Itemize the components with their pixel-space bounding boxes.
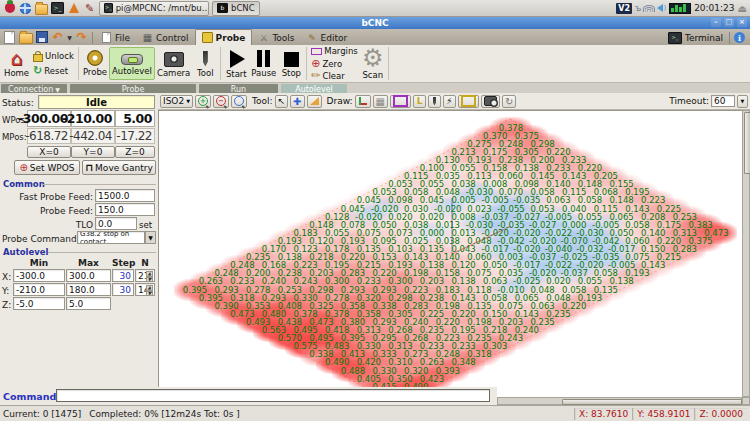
bluetooth-icon[interactable]: ъ — [635, 3, 641, 13]
reset-button[interactable]: ↻ Reset — [31, 64, 76, 78]
z-max-input[interactable]: 5.0 — [66, 297, 111, 310]
draw-workarea-toggle[interactable]: L — [413, 95, 426, 108]
taskbar-window-terminal[interactable]: >_ pi@MPCNC: /mnt/bu... — [99, 1, 209, 16]
wifi-icon[interactable] — [644, 4, 654, 12]
autolevel-button[interactable]: Autolevel — [109, 47, 155, 80]
tlo-input[interactable]: 0.0 — [95, 217, 137, 230]
probe-command-label: Probe Command — [2, 234, 77, 244]
pencil-app-icon[interactable]: ✎ — [83, 2, 96, 15]
spinner-arrows-icon[interactable]: ▲▼ — [146, 285, 153, 294]
y-n-spinner[interactable]: 14 ▲▼ — [135, 283, 155, 296]
x-zero-button[interactable]: X=0 — [27, 146, 71, 158]
fast-probe-feed-input[interactable]: 1500.0 — [95, 189, 155, 202]
x-n-spinner[interactable]: 21 ▲▼ — [135, 269, 155, 282]
v2-tray-badge[interactable]: V2 — [616, 3, 632, 14]
zero-button[interactable]: ⊕ Zero — [309, 59, 359, 69]
save-button[interactable] — [34, 30, 49, 44]
select-tool-button[interactable]: ↖ — [275, 95, 289, 108]
brush-icon: ✏ — [311, 71, 320, 81]
close-button[interactable]: × — [737, 18, 747, 27]
tab-probe[interactable]: Probe — [195, 29, 253, 45]
timeout-input[interactable]: 60 — [711, 95, 735, 107]
browser-icon[interactable] — [19, 2, 32, 15]
draw-grid-toggle[interactable]: ▦ — [373, 95, 388, 108]
x-min-input[interactable]: -300.0 — [13, 269, 65, 282]
pan-tool-button[interactable]: ✚ — [290, 95, 304, 108]
terminal-launcher-icon[interactable]: >_ — [51, 2, 64, 15]
tab-editor[interactable]: ✎ Editor — [301, 30, 354, 45]
redraw-button[interactable]: ↻ — [502, 95, 516, 108]
zoom-out-button[interactable]: − — [213, 95, 229, 108]
y-max-input[interactable]: 180.0 — [66, 283, 111, 296]
undo-button[interactable]: ↶ — [50, 30, 65, 44]
volume-icon[interactable]: ) — [657, 4, 666, 12]
open-file-button[interactable] — [18, 30, 33, 44]
y-min-input[interactable]: -210.0 — [13, 283, 65, 296]
file-manager-icon[interactable] — [35, 2, 48, 15]
wpos-y[interactable]: -210.00 — [71, 110, 115, 127]
clear-button[interactable]: ✏ Clear — [309, 71, 359, 81]
wpos-z[interactable]: 5.00 — [115, 110, 155, 127]
crosshair-icon: ⊕ — [311, 59, 320, 69]
tab-tools[interactable]: ⚔ Tools — [252, 30, 300, 45]
ruler-tool-button[interactable] — [307, 95, 322, 108]
home-button[interactable]: ⌂ Home — [2, 47, 31, 80]
draw-probe-toggle[interactable] — [428, 95, 441, 108]
tab-control[interactable]: ▦ Control — [136, 30, 195, 45]
spinner-arrows-icon[interactable]: ▲▼ — [146, 271, 153, 280]
camera-button[interactable]: Camera — [155, 47, 192, 80]
canvas-horizontal-scrollbar[interactable] — [497, 397, 742, 405]
probe-feed-input[interactable]: 150.0 — [95, 203, 155, 216]
paths-icon — [461, 95, 476, 107]
y-zero-button[interactable]: Y=0 — [71, 146, 115, 158]
probe-command-select[interactable]: G38.2 stop on contact — [77, 231, 145, 244]
maximize-button[interactable]: □ — [724, 18, 734, 27]
timeout-dropdown-arrow[interactable]: ▼ — [737, 95, 748, 108]
z-zero-button[interactable]: Z=0 — [115, 146, 155, 158]
undo-history-dropdown[interactable]: ▼ — [66, 30, 73, 44]
probe-command-dropdown-arrow[interactable]: ▼ — [145, 231, 156, 244]
cpu-monitor[interactable] — [669, 3, 691, 14]
col-header-step: Step — [112, 258, 134, 268]
taskbar-clock[interactable]: 20:01:23 — [694, 3, 734, 13]
zoom-fit-button[interactable] — [231, 95, 247, 108]
draw-margins-toggle[interactable] — [390, 95, 411, 108]
canvas-vertical-scrollbar[interactable] — [742, 110, 750, 397]
tab-terminal[interactable]: >_ Terminal — [664, 31, 727, 45]
eject-icon[interactable]: ⏏ — [738, 3, 747, 14]
tlo-set-button[interactable]: set — [139, 220, 152, 230]
start-button[interactable]: Start — [223, 47, 249, 80]
common-section-label: Common — [3, 179, 45, 189]
window-titlebar[interactable]: bCNC – □ × — [0, 17, 750, 29]
draw-rapids-toggle[interactable]: ⚡ — [443, 95, 456, 108]
vertical-scrollbar-thumb[interactable] — [744, 112, 750, 174]
pause-button[interactable]: Pause — [249, 47, 278, 80]
draw-axes-toggle[interactable] — [355, 95, 371, 108]
x-max-input[interactable]: 300.0 — [66, 269, 111, 282]
move-gantry-button[interactable]: ⊓ Move Gantry — [82, 160, 156, 175]
view-select[interactable]: ISO2▼ — [160, 95, 193, 108]
gcode-canvas[interactable]: 0.3780.3700.3750.2750.2480.2980.2130.175… — [158, 110, 743, 399]
tab-file[interactable]: File — [95, 30, 136, 45]
scan-button[interactable]: ⚙ Scan — [360, 47, 386, 80]
ribbon-tab-row: ↶ ▼ ↷ File ▦ Control Probe ⚔ Tools ✎ Edi… — [0, 29, 750, 45]
minimize-button[interactable]: – — [711, 18, 721, 27]
cone-app-icon[interactable] — [67, 2, 80, 15]
stop-button[interactable]: Stop — [278, 47, 304, 80]
raspberry-menu-icon[interactable] — [3, 2, 16, 15]
probe-button[interactable]: Probe — [81, 47, 109, 80]
info-icon[interactable]: i — [734, 32, 745, 43]
tool-button[interactable]: Tool — [192, 47, 218, 80]
new-file-button[interactable] — [2, 30, 17, 44]
zoom-in-button[interactable]: + — [195, 95, 211, 108]
z-min-input[interactable]: -5.0 — [13, 297, 65, 310]
unlock-button[interactable]: Unlock — [31, 49, 76, 63]
taskbar-window-bcnc[interactable]: b bCNC — [212, 1, 260, 16]
margins-button[interactable]: Margins — [309, 46, 359, 56]
draw-camera-toggle[interactable] — [481, 95, 500, 108]
command-input[interactable] — [56, 389, 490, 402]
draw-paths-toggle[interactable] — [458, 95, 479, 108]
gear-icon: ⚙ — [362, 47, 384, 69]
redo-button[interactable]: ↷ — [74, 30, 89, 44]
set-wpos-button[interactable]: ⊕ Set WPOS — [14, 160, 80, 175]
